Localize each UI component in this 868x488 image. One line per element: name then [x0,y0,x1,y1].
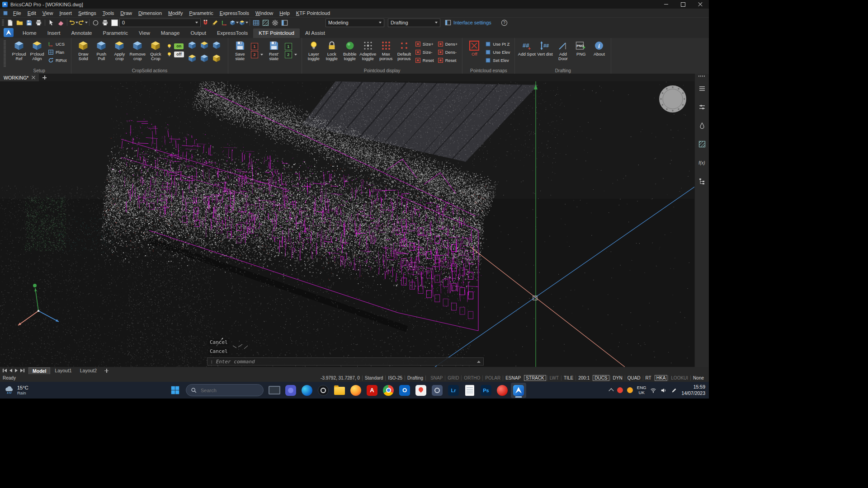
add-layout-button[interactable] [104,369,108,373]
menu-item-insert[interactable]: Insert [56,9,75,17]
menu-item-draw[interactable]: Draw [117,9,135,17]
status-toggle-none[interactable]: None [690,375,706,380]
bricscad-badge-icon[interactable] [4,28,14,37]
structure-panel-icon[interactable] [697,176,708,187]
viewport-canvas[interactable] [0,81,695,367]
plan-button[interactable]: Plan [47,48,67,56]
wifi-icon[interactable] [650,387,656,394]
ribbon-tab-manage[interactable]: Manage [156,28,185,38]
panel-more-icon[interactable] [698,75,706,77]
ucs-button[interactable]: UCS [47,40,67,48]
ribbon-tab-home[interactable]: Home [17,28,42,38]
start-button[interactable] [167,383,183,398]
status-toggle-ortho[interactable]: ORTHO [461,375,482,380]
ribbon-tab-ai-assist[interactable]: AI Assist [300,28,330,38]
save-state-2-button[interactable]: 2 [250,51,264,58]
maximize-button[interactable] [675,0,692,9]
menu-item-parametric[interactable]: Parametric [186,9,216,17]
ucs-toolbar-button[interactable] [220,19,229,27]
push-pull-button[interactable]: Push Pull [92,39,110,61]
layout-tab-layout2[interactable]: Layout2 [76,367,100,374]
hatch-button[interactable] [261,19,270,27]
circle-tool-button[interactable] [91,19,100,27]
menu-item-help[interactable]: Help [276,9,293,17]
png-button[interactable]: PNG [572,39,590,56]
dens-minus-button[interactable]: Dens- [437,48,459,56]
status-toggle-200-1[interactable]: 200:1 [576,375,592,380]
size-minus-button[interactable]: Size- [414,48,435,56]
document-tab-close-icon[interactable] [32,76,35,80]
status-toggle-grid[interactable]: GRID [445,375,461,380]
status-toggle-ducs[interactable]: DUCS [593,375,609,381]
restore-state-2-button[interactable]: 2 [284,51,298,58]
layout-tab-model[interactable]: Model [28,367,50,374]
menu-item-window[interactable]: Window [252,9,276,17]
plot-preview-button[interactable] [100,19,110,27]
status-toggle-rt[interactable]: RT [643,375,654,380]
taskbar-app-chrome[interactable] [381,383,396,398]
crop-cube-button-5[interactable] [200,54,209,62]
taskbar-app-notepad[interactable] [462,383,477,398]
minimize-button[interactable] [657,0,675,9]
about-button[interactable]: About [590,39,608,56]
pcloud-align-button[interactable]: P'cloud Align [28,39,46,61]
new-document-tab-button[interactable] [42,75,47,80]
redo-button[interactable] [78,19,88,27]
taskbar-app-edge[interactable] [299,383,315,398]
ribbon-tab-insert[interactable]: Insert [42,28,66,38]
new-file-button[interactable] [5,19,15,27]
taskbar-app-acrobat[interactable] [364,383,380,398]
save-file-button[interactable] [24,19,34,27]
erase-button[interactable] [56,19,66,27]
settings-gear-button[interactable] [270,19,280,27]
open-file-button[interactable] [15,19,24,27]
taskbar-app-outlook[interactable] [397,383,412,398]
rtrot-button[interactable]: RtRot [47,56,67,64]
workspace-drafting-dropdown[interactable]: Drafting [388,19,440,27]
help-button[interactable] [500,19,509,27]
properties-panel-icon[interactable] [697,83,708,94]
status-toggle-strack[interactable]: STRACK [524,375,546,381]
taskbar-search[interactable] [186,384,264,396]
status-toggle-dyn[interactable]: DYN [610,375,625,380]
table-button[interactable] [251,19,261,27]
taskbar-app-maps[interactable] [413,383,429,398]
workspace-modeling-dropdown[interactable]: Modeling [326,19,384,27]
document-tab-working[interactable]: WORKING* [0,74,39,81]
taskbar-app-firefox[interactable] [348,383,363,398]
status-toggle-lwt[interactable]: LWT [547,375,561,380]
undo-button[interactable] [69,19,78,27]
last-layout-button[interactable] [20,369,24,372]
close-button[interactable] [692,0,709,9]
adaptive-toggle-button[interactable]: Adaptive toggle [359,39,377,61]
tray-app-red-icon[interactable] [617,387,623,393]
layout-tab-layout1[interactable]: Layout1 [51,367,75,374]
taskbar-app-teams[interactable] [283,383,298,398]
pcloud-ref-button[interactable]: P'cloud Ref [10,39,28,61]
taskbar-app-display[interactable] [267,383,282,398]
dens-plus-button[interactable]: Dens+ [437,40,459,48]
entity-snap-button[interactable] [201,19,210,27]
use-pt-z-button[interactable]: Use Pt Z [484,40,511,48]
search-input[interactable] [200,387,251,394]
quick-crop-button[interactable]: Quick Crop [146,39,165,61]
settings-panel-icon[interactable] [697,102,708,113]
snap-mode-button[interactable] [229,19,239,27]
command-line[interactable]: : Enter command [207,357,484,366]
weather-widget[interactable]: 15°C Rain [0,382,28,399]
layer-dropdown[interactable]: 0 [119,19,201,27]
select-cursor-button[interactable] [47,19,56,27]
ribbon-tab-parametric[interactable]: Parametric [98,28,134,38]
draw-solid-button[interactable]: Draw Solid [74,39,92,61]
command-input[interactable]: Enter command [216,359,477,365]
crop-cube-button-4[interactable] [188,54,197,62]
status-toggle-quad[interactable]: QUAD [625,375,643,380]
clock[interactable]: 15:59 14/07/2023 [681,384,705,396]
menu-item-dimension[interactable]: Dimension [135,9,165,17]
menu-item-modify[interactable]: Modify [165,9,186,17]
language-indicator[interactable]: ENG UK [637,385,646,395]
taskbar-app-bricscad[interactable] [511,383,526,398]
taskbar-app-explorer[interactable] [332,383,347,398]
status-toggle-polar[interactable]: POLAR [482,375,503,380]
menu-item-file[interactable]: File [10,9,24,17]
